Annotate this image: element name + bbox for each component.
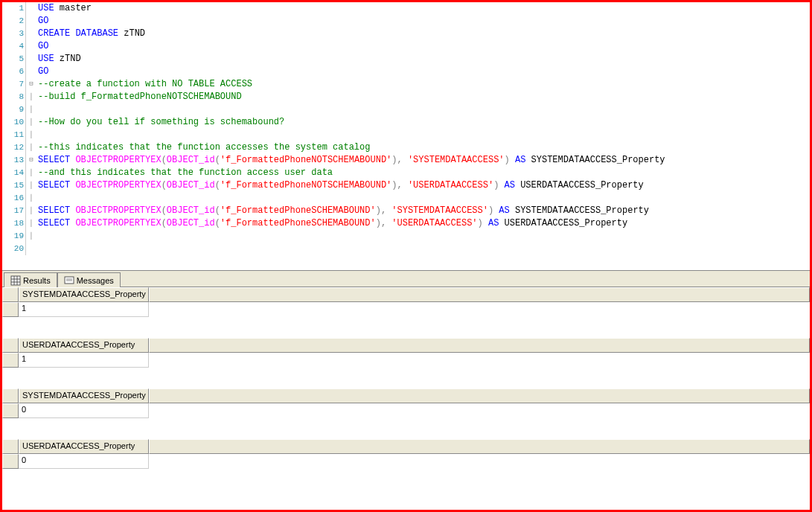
grid-header-row: USERDATAACCESS_Property (2, 439, 810, 454)
code-line[interactable]: 14│--and this indicates that the functio… (2, 167, 810, 179)
grid-header-row: USERDATAACCESS_Property (2, 338, 810, 353)
code-line[interactable]: 13⊟SELECT OBJECTPROPERTYEX(OBJECT_id('f_… (2, 154, 810, 167)
column-header[interactable]: USERDATAACCESS_Property (19, 338, 149, 353)
results-tabs: Results Messages (2, 271, 810, 287)
row-header[interactable] (2, 454, 19, 469)
grid-cell[interactable]: 0 (19, 403, 149, 418)
row-header[interactable] (2, 302, 19, 317)
grid-cell[interactable]: 1 (19, 302, 149, 317)
code-line[interactable]: 2GO (2, 15, 810, 28)
svg-rect-0 (11, 276, 20, 285)
code-line[interactable]: 16│ (2, 192, 810, 205)
table-row[interactable]: 0 (2, 403, 810, 418)
line-number: 18 (2, 217, 26, 230)
tab-messages[interactable]: Messages (57, 272, 121, 287)
grid-corner[interactable] (2, 338, 19, 353)
code-text[interactable]: --How do you tell if something is schema… (36, 116, 284, 129)
code-line[interactable]: 10│--How do you tell if something is sch… (2, 116, 810, 129)
code-line[interactable]: 20 (2, 243, 810, 255)
line-number: 6 (2, 65, 26, 78)
code-text[interactable]: GO (36, 15, 48, 28)
column-header[interactable]: SYSTEMDATAACCESS_Property (19, 287, 149, 302)
line-number: 5 (2, 53, 26, 65)
code-line[interactable]: 7⊟--create a function with NO TABLE ACCE… (2, 78, 810, 91)
fold-indicator (26, 65, 36, 78)
grid-header-fill (149, 388, 810, 403)
code-text[interactable]: CREATE DATABASE zTND (36, 28, 145, 40)
fold-indicator: │ (26, 103, 36, 116)
tab-results[interactable]: Results (4, 272, 57, 287)
line-number: 1 (2, 2, 26, 15)
code-line[interactable]: 9│ (2, 103, 810, 116)
code-text[interactable] (36, 129, 38, 141)
fold-indicator[interactable]: ⊟ (26, 78, 36, 91)
tab-results-label: Results (23, 276, 51, 285)
line-number: 10 (2, 116, 26, 129)
grid-header-row: SYSTEMDATAACCESS_Property (2, 287, 810, 302)
fold-indicator[interactable]: ⊟ (26, 154, 36, 167)
code-text[interactable]: --and this indicates that the function a… (36, 167, 333, 179)
code-text[interactable]: --this indicates that the function acces… (36, 141, 370, 154)
code-line[interactable]: 15│SELECT OBJECTPROPERTYEX(OBJECT_id('f_… (2, 179, 810, 192)
grid-header-fill (149, 338, 810, 353)
code-line[interactable]: 8│--build f_FormattedPhoneNOTSCHEMABOUND (2, 91, 810, 103)
table-row[interactable]: 0 (2, 454, 810, 469)
results-pane: Results Messages SYSTEMDATAACCESS_Proper… (2, 270, 810, 511)
code-line[interactable]: 4GO (2, 40, 810, 53)
line-number: 19 (2, 230, 26, 243)
line-number: 2 (2, 15, 26, 28)
fold-indicator (26, 28, 36, 40)
grid-corner[interactable] (2, 439, 19, 454)
sql-editor[interactable]: 1USE master2GO3CREATE DATABASE zTND4GO5U… (2, 2, 810, 270)
code-text[interactable]: SELECT OBJECTPROPERTYEX(OBJECT_id('f_For… (36, 179, 644, 192)
row-header[interactable] (2, 403, 19, 418)
code-line[interactable]: 18│SELECT OBJECTPROPERTYEX(OBJECT_id('f_… (2, 217, 810, 230)
fold-indicator (26, 15, 36, 28)
code-text[interactable]: GO (36, 40, 48, 53)
code-line[interactable]: 3CREATE DATABASE zTND (2, 28, 810, 40)
code-text[interactable]: USE master (36, 2, 92, 15)
column-header[interactable]: SYSTEMDATAACCESS_Property (19, 388, 149, 403)
code-line[interactable]: 17│SELECT OBJECTPROPERTYEX(OBJECT_id('f_… (2, 205, 810, 217)
grid-header-fill (149, 439, 810, 454)
code-line[interactable]: 1USE master (2, 2, 810, 15)
fold-indicator: │ (26, 192, 36, 205)
fold-indicator (26, 40, 36, 53)
result-grid: USERDATAACCESS_Property1 (2, 338, 810, 368)
code-text[interactable] (36, 243, 38, 255)
code-line[interactable]: 6GO (2, 65, 810, 78)
fold-indicator (26, 2, 36, 15)
grid-header-fill (149, 287, 810, 302)
line-number: 4 (2, 40, 26, 53)
table-row[interactable]: 1 (2, 353, 810, 368)
grid-corner[interactable] (2, 388, 19, 403)
line-number: 11 (2, 129, 26, 141)
grid-corner[interactable] (2, 287, 19, 302)
code-text[interactable]: --create a function with NO TABLE ACCESS (36, 78, 252, 91)
grid-cell[interactable]: 0 (19, 454, 149, 469)
result-grid: SYSTEMDATAACCESS_Property0 (2, 388, 810, 418)
code-text[interactable] (36, 103, 38, 116)
row-header[interactable] (2, 353, 19, 368)
code-text[interactable]: SELECT OBJECTPROPERTYEX(OBJECT_id('f_For… (36, 205, 649, 217)
line-number: 20 (2, 243, 26, 255)
code-line[interactable]: 11│ (2, 129, 810, 141)
code-line[interactable]: 5USE zTND (2, 53, 810, 65)
grid-cell[interactable]: 1 (19, 353, 149, 368)
fold-indicator: │ (26, 167, 36, 179)
grid-icon (10, 275, 21, 286)
code-text[interactable]: SELECT OBJECTPROPERTYEX(OBJECT_id('f_For… (36, 217, 627, 230)
code-text[interactable]: --build f_FormattedPhoneNOTSCHEMABOUND (36, 91, 242, 103)
table-row[interactable]: 1 (2, 302, 810, 317)
fold-indicator: │ (26, 217, 36, 230)
code-text[interactable] (36, 192, 38, 205)
column-header[interactable]: USERDATAACCESS_Property (19, 439, 149, 454)
code-text[interactable]: USE zTND (36, 53, 81, 65)
fold-indicator (26, 243, 36, 255)
code-text[interactable] (36, 230, 38, 243)
code-line[interactable]: 19│ (2, 230, 810, 243)
code-text[interactable]: GO (36, 65, 48, 78)
fold-indicator: │ (26, 129, 36, 141)
code-text[interactable]: SELECT OBJECTPROPERTYEX(OBJECT_id('f_For… (36, 154, 665, 167)
code-line[interactable]: 12│--this indicates that the function ac… (2, 141, 810, 154)
